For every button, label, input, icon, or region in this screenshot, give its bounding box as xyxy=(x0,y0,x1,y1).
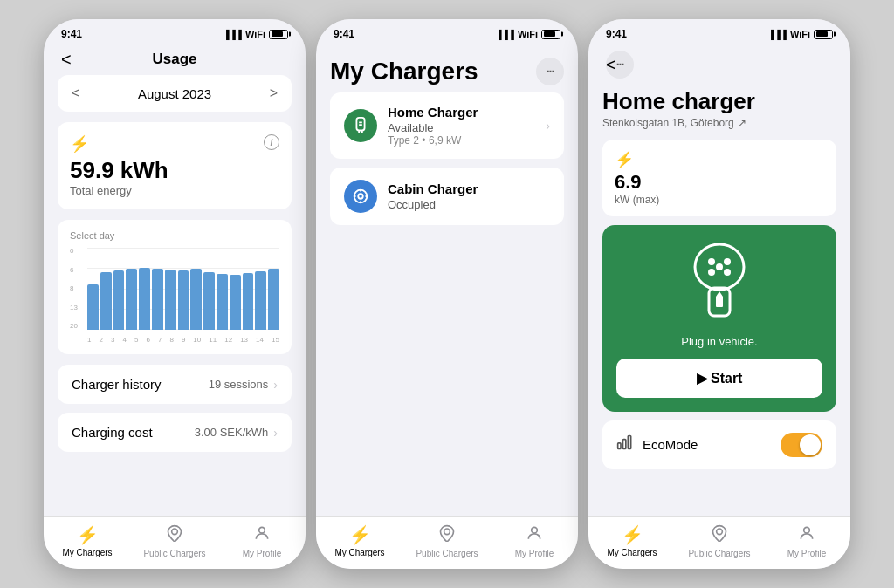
charger-history-item[interactable]: Charger history 19 sessions › xyxy=(58,365,292,404)
back-button-3[interactable]: < xyxy=(606,55,616,75)
screen3-header: Home charger Stenkolsgatan 1B, Göteborg … xyxy=(588,85,850,140)
chart-bars[interactable] xyxy=(87,248,279,330)
y-label-6: 6 xyxy=(70,267,78,274)
tab-public-label-2: Public Chargers xyxy=(416,549,478,558)
time-3: 9:41 xyxy=(606,28,627,40)
next-month-button[interactable]: > xyxy=(270,85,278,101)
bar-8 xyxy=(178,270,189,330)
tab-public-chargers-3[interactable]: Public Chargers xyxy=(676,524,763,558)
status-bar-3: 9:41 ▐▐▐ WiFi xyxy=(588,19,850,44)
battery-icon-2 xyxy=(541,30,560,39)
start-charging-button[interactable]: ▶ Start xyxy=(616,359,822,398)
tab-profile-icon-1 xyxy=(253,524,271,546)
y-label-13: 13 xyxy=(70,304,78,311)
cabin-charger-item[interactable]: Cabin Charger Occupied xyxy=(330,168,564,225)
more-button-2[interactable]: ··· xyxy=(536,58,564,85)
power-unit: kW (max) xyxy=(615,194,824,206)
signal-icon-3: ▐▐▐ xyxy=(768,30,787,39)
signal-icon-2: ▐▐▐ xyxy=(496,30,514,39)
tab-my-chargers-1[interactable]: ⚡ My Chargers xyxy=(44,524,131,558)
charging-cost-amount: 3.00 SEK/kWh xyxy=(195,426,269,439)
tab-public-icon-1 xyxy=(166,524,183,546)
status-bar-2: 9:41 ▐▐▐ WiFi xyxy=(316,19,578,44)
svg-point-3 xyxy=(354,190,368,203)
svg-point-5 xyxy=(444,529,450,535)
home-charger-detail: Type 2 • 6,9 kW xyxy=(388,134,535,147)
tab-profile-label-3: My Profile xyxy=(787,549,826,558)
ecomode-toggle[interactable] xyxy=(781,433,822,457)
time-1: 9:41 xyxy=(61,28,82,40)
signal-icon-1: ▐▐▐ xyxy=(224,30,242,39)
page-title-1: Usage xyxy=(152,51,196,68)
status-icons-1: ▐▐▐ WiFi xyxy=(224,29,288,39)
cabin-charger-icon xyxy=(344,180,377,213)
tab-public-chargers-1[interactable]: Public Chargers xyxy=(131,524,218,558)
tab-charger-icon-2: ⚡ xyxy=(349,524,371,545)
svg-point-4 xyxy=(358,194,363,199)
svg-rect-2 xyxy=(356,118,364,131)
power-lightning-icon: ⚡ xyxy=(615,150,824,169)
time-2: 9:41 xyxy=(334,28,354,40)
wifi-icon-2: WiFi xyxy=(518,29,538,39)
tab-profile-1[interactable]: My Profile xyxy=(218,524,306,558)
connector-visual xyxy=(684,243,754,325)
status-icons-2: ▐▐▐ WiFi xyxy=(496,29,560,39)
svg-point-1 xyxy=(259,527,265,533)
wifi-icon-3: WiFi xyxy=(790,29,810,39)
svg-rect-14 xyxy=(716,297,723,307)
address-text: Stenkolsgatan 1B, Göteborg xyxy=(602,117,734,129)
prev-month-button[interactable]: < xyxy=(72,85,79,101)
home-charger-info: Home Charger Available Type 2 • 6,9 kW xyxy=(388,105,535,147)
svg-point-10 xyxy=(708,269,715,276)
charger-history-count: 19 sessions xyxy=(209,378,269,391)
bar-1 xyxy=(87,284,99,330)
home-charger-title: Home charger xyxy=(602,89,836,114)
chevron-icon-1: › xyxy=(273,378,278,392)
bar-4 xyxy=(126,269,137,331)
main-content-3: ⚡ 6.9 kW (max) xyxy=(588,140,850,516)
y-label-20: 20 xyxy=(70,323,78,330)
tab-my-chargers-3[interactable]: ⚡ My Chargers xyxy=(588,524,676,558)
tab-profile-label-2: My Profile xyxy=(515,549,554,558)
info-icon[interactable]: i xyxy=(264,134,279,150)
nav-header-1: < Usage xyxy=(44,44,306,75)
home-charger-subtitle: Stenkolsgatan 1B, Göteborg ↗ xyxy=(602,117,836,129)
svg-point-11 xyxy=(724,269,731,276)
cabin-charger-name: Cabin Charger xyxy=(388,181,550,196)
y-axis-labels: 20 13 8 6 0 xyxy=(70,248,78,330)
tab-charger-label-2: My Chargers xyxy=(334,548,384,557)
tab-my-chargers-2[interactable]: ⚡ My Chargers xyxy=(316,524,403,558)
charging-cost-item[interactable]: Charging cost 3.00 SEK/kWh › xyxy=(58,413,292,452)
ecomode-row: EcoMode xyxy=(602,420,836,469)
tab-public-label-3: Public Chargers xyxy=(688,549,750,558)
svg-point-0 xyxy=(172,529,178,535)
svg-point-12 xyxy=(716,263,723,270)
tab-bar-2: ⚡ My Chargers Public Chargers My Profile xyxy=(316,516,578,569)
tab-bar-3: ⚡ My Chargers Public Chargers My Profile xyxy=(588,516,850,569)
y-label-0: 0 xyxy=(70,248,78,255)
tab-profile-2[interactable]: My Profile xyxy=(491,524,578,558)
my-chargers-title: My Chargers xyxy=(330,58,478,85)
home-charger-item[interactable]: Home Charger Available Type 2 • 6,9 kW › xyxy=(330,92,564,159)
svg-rect-17 xyxy=(628,436,630,449)
back-button-1[interactable]: < xyxy=(61,50,72,70)
tab-profile-3[interactable]: My Profile xyxy=(763,524,850,558)
cabin-charger-status: Occupied xyxy=(388,198,550,211)
bar-5 xyxy=(139,268,150,330)
bar-13 xyxy=(243,273,254,330)
tab-public-chargers-2[interactable]: Public Chargers xyxy=(403,524,491,558)
screen-content-1: < Usage < August 2023 > ⚡ 59.9 kWh Total… xyxy=(44,44,306,569)
battery-icon-1 xyxy=(269,30,288,39)
ecomode-label: EcoMode xyxy=(643,437,772,452)
tab-charger-label-3: My Chargers xyxy=(607,548,657,557)
svg-point-8 xyxy=(708,258,715,265)
bar-15 xyxy=(268,269,279,330)
charger-history-value: 19 sessions › xyxy=(209,378,278,392)
screen2-header-row: My Chargers ··· xyxy=(330,58,564,85)
tab-public-icon-2 xyxy=(438,524,456,546)
energy-card: ⚡ 59.9 kWh Total energy i xyxy=(58,122,292,209)
green-charging-panel: Plug in vehicle. ▶ Start xyxy=(602,225,836,412)
svg-rect-15 xyxy=(618,443,621,449)
lightning-icon: ⚡ xyxy=(70,134,279,154)
svg-point-18 xyxy=(717,529,723,535)
